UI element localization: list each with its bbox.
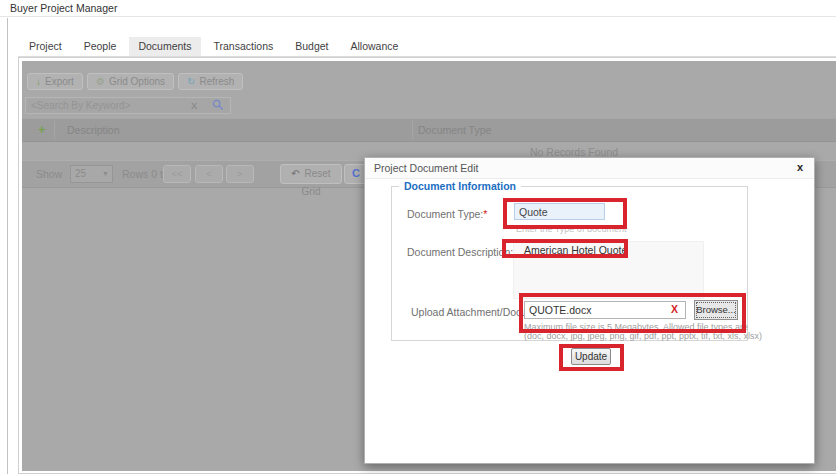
export-arrow-icon: ↓ — [36, 76, 41, 87]
gear-icon: ⚙ — [96, 76, 105, 87]
reset-grid-button[interactable]: ↶ Reset Grid — [280, 164, 342, 184]
upload-hint-line2: (doc, docx, jpg, jpeg, png, gif, pdf, pp… — [524, 331, 762, 341]
tab-allowance[interactable]: Allowance — [342, 37, 408, 56]
page-size-value: 25 — [75, 168, 86, 179]
reset-arrow-icon: ↶ — [291, 168, 299, 179]
document-type-label: Document Type:* — [407, 208, 487, 220]
tab-bar: Project People Documents Transactions Bu… — [18, 36, 836, 57]
refresh-c-icon: C — [352, 167, 360, 179]
remove-file-icon[interactable]: X — [671, 303, 678, 315]
search-clear-icon[interactable]: X — [191, 100, 197, 111]
search-box: X — [25, 97, 231, 114]
show-label: Show — [36, 168, 62, 180]
reset-grid-label: Reset Grid — [302, 168, 331, 197]
document-type-label-text: Document Type: — [407, 208, 483, 220]
tab-people[interactable]: People — [75, 37, 126, 56]
app-window: Buyer Project Manager Project People Doc… — [0, 0, 836, 474]
export-label: Export — [45, 76, 74, 87]
prev-page-button[interactable]: < — [195, 165, 223, 183]
dialog-titlebar: Project Document Edit x — [365, 158, 814, 179]
refresh-label: Refresh — [199, 76, 234, 87]
required-asterisk: * — [483, 208, 487, 220]
tab-project[interactable]: Project — [20, 37, 71, 56]
grid-header-row: + Description Document Type — [22, 118, 836, 142]
page-size-select[interactable]: 25 ▼ — [70, 165, 113, 183]
dialog-title: Project Document Edit — [374, 162, 478, 174]
project-document-edit-dialog: Project Document Edit x Document Informa… — [364, 157, 815, 464]
search-icon[interactable] — [212, 99, 224, 111]
export-button[interactable]: ↓ Export — [27, 73, 83, 90]
document-description-label: Document Description: — [407, 246, 513, 258]
column-description[interactable]: Description — [67, 124, 120, 136]
column-divider — [412, 121, 413, 139]
column-divider — [54, 121, 55, 139]
add-record-icon[interactable]: + — [38, 122, 46, 137]
document-description-textarea[interactable]: American Hotel Quote — [513, 241, 704, 299]
grid-toolbar: ↓ Export ⚙ Grid Options ↻ Refresh — [27, 73, 243, 90]
search-input[interactable] — [25, 97, 231, 114]
next-page-button[interactable]: > — [226, 165, 254, 183]
browse-button[interactable]: Browse... — [694, 300, 738, 320]
upload-filename-input[interactable] — [524, 301, 686, 319]
document-type-input[interactable] — [514, 203, 605, 220]
close-icon[interactable]: x — [797, 161, 803, 173]
tab-documents[interactable]: Documents — [129, 37, 200, 56]
page-title: Buyer Project Manager — [10, 2, 117, 14]
tab-transactions[interactable]: Transactions — [205, 37, 283, 56]
refresh-icon: ↻ — [187, 76, 195, 87]
column-document-type[interactable]: Document Type — [418, 124, 491, 136]
header-divider — [0, 16, 836, 17]
grid-options-label: Grid Options — [109, 76, 165, 87]
grid-options-button[interactable]: ⚙ Grid Options — [87, 73, 174, 90]
refresh-button[interactable]: ↻ Refresh — [178, 73, 243, 90]
update-button[interactable]: Update — [571, 348, 611, 365]
chevron-down-icon: ▼ — [102, 170, 109, 177]
document-type-hint: Enter the Type of document — [516, 224, 626, 234]
tab-budget[interactable]: Budget — [286, 37, 337, 56]
left-panel-border — [7, 18, 8, 474]
section-title: Document Information — [399, 180, 521, 192]
first-page-button[interactable]: << — [163, 165, 191, 183]
